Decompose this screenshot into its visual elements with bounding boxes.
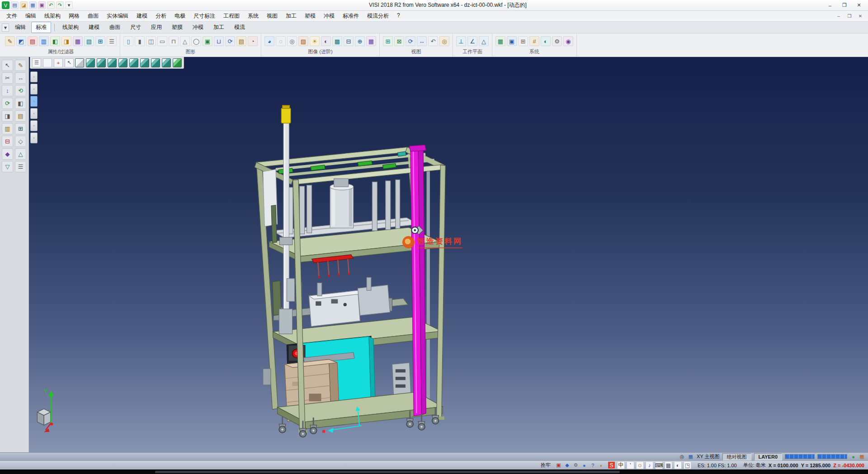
rotate-view-icon[interactable]: ⟳ [406, 36, 415, 46]
revolve-icon[interactable]: ⟳ [225, 36, 235, 46]
view-cube-shaded-icon[interactable] [173, 58, 182, 67]
element-filter-icon[interactable]: ▧ [84, 36, 94, 46]
filter-red-icon[interactable]: ▤ [28, 36, 38, 46]
triangle-up-icon[interactable]: △ [15, 148, 26, 160]
render-hidden-icon[interactable]: ◎ [287, 36, 297, 46]
menu-moldflow[interactable]: 模流分析 [363, 11, 392, 21]
tab-moldflow[interactable]: 模流 [230, 22, 250, 33]
mdi-restore-button[interactable]: ❐ [844, 12, 854, 20]
prev-view-icon[interactable]: ↶ [428, 36, 438, 46]
workplane-3pt-icon[interactable]: △ [479, 36, 489, 46]
ime-mic-icon[interactable]: ♪ [646, 461, 653, 469]
ime-toolbox-icon[interactable]: ▩ [665, 461, 672, 469]
pan-view-icon[interactable]: ↔ [417, 36, 427, 46]
zoom-window-icon[interactable]: ⊠ [394, 36, 404, 46]
menu-wireframe[interactable]: 线架构 [41, 11, 64, 21]
edit-pencil-icon[interactable]: ✎ [15, 60, 26, 71]
chamfer-icon[interactable]: ◔ [248, 36, 258, 46]
view-blank-button[interactable] [43, 58, 52, 67]
lighting-icon[interactable]: ☀ [310, 36, 320, 46]
menu-file[interactable]: 文件 [3, 11, 21, 21]
update-icon[interactable]: ● [581, 462, 588, 469]
workplane-align-icon[interactable]: ∠ [467, 36, 477, 46]
color-filter-icon[interactable]: ◨ [61, 36, 71, 46]
view-cube-iso-se-icon[interactable] [151, 58, 160, 67]
table-icon[interactable]: ▤ [236, 36, 246, 46]
extrude-icon[interactable]: ⊔ [214, 36, 224, 46]
menu-machining[interactable]: 加工 [282, 11, 300, 21]
dynamic-view-icon[interactable]: ◎ [439, 36, 449, 46]
menu-solid-edit[interactable]: 实体编辑 [103, 11, 132, 21]
cone-icon[interactable]: △ [180, 36, 190, 46]
settings-gear-icon[interactable]: ⚙ [552, 36, 562, 46]
gear-icon[interactable]: ⚙ [572, 462, 579, 469]
add-element-icon[interactable]: ⊞ [15, 123, 26, 134]
block-icon[interactable]: ⊓ [169, 36, 179, 46]
menu-mesh[interactable]: 网格 [65, 11, 83, 21]
status-palette-icon[interactable]: ▦ [859, 453, 865, 460]
link-icon[interactable]: ◆ [564, 462, 571, 469]
sheet-icon[interactable]: ▭ [157, 36, 167, 46]
mdi-minimize-button[interactable]: – [834, 12, 844, 20]
view-cube-back-icon[interactable] [97, 58, 106, 67]
menu-die[interactable]: 冲模 [320, 11, 338, 21]
view-cube-front-icon[interactable] [86, 58, 95, 67]
snap-toggle[interactable]: 拴牢 [539, 462, 552, 469]
mdi-close-button[interactable]: ✕ [855, 12, 865, 20]
workplane-xy-icon[interactable]: ⊥ [456, 36, 466, 46]
mini-tool-button-6[interactable]: ▫ [30, 133, 38, 143]
tube-icon[interactable]: ◫ [146, 36, 156, 46]
view-cube-left-icon[interactable] [108, 58, 117, 67]
tab-edit[interactable]: 编辑 [10, 22, 30, 33]
zoom-image-icon[interactable]: ⊕ [355, 36, 365, 46]
rotate-ccw-icon[interactable]: ⟲ [15, 85, 26, 96]
tab-dropdown-button[interactable]: ▾ [2, 24, 9, 32]
remove-element-icon[interactable]: ⊟ [2, 136, 13, 147]
grid-icon[interactable]: ▥ [2, 123, 13, 134]
menu-standard-parts[interactable]: 标准件 [339, 11, 363, 21]
cylinder-solid-icon[interactable]: ▮ [135, 36, 145, 46]
show-all-icon[interactable]: ⊞ [95, 36, 105, 46]
close-button[interactable]: ✕ [852, 1, 866, 10]
mini-tool-button-1[interactable]: ▫ [30, 71, 38, 82]
ime-keyboard-icon[interactable]: ⌨ [655, 461, 663, 469]
view-menu-button[interactable]: ☰ [32, 58, 41, 67]
calculator-icon[interactable]: # [529, 36, 539, 46]
status-ok-icon[interactable]: ● [850, 453, 857, 460]
mini-tool-button-2[interactable]: ▫ [30, 84, 38, 95]
hide-all-icon[interactable]: ☰ [107, 36, 117, 46]
menu-help[interactable]: ? [393, 11, 404, 21]
view-mode-icon[interactable]: ▦ [687, 453, 694, 460]
qa-save-icon[interactable]: ▦ [29, 1, 37, 9]
world-icon[interactable]: ◐ [541, 36, 551, 46]
qa-print-icon[interactable]: ▣ [38, 1, 46, 9]
menu-analysis[interactable]: 分析 [152, 11, 170, 21]
capture-icon[interactable]: ▦ [366, 36, 376, 46]
menu-modeling[interactable]: 建模 [133, 11, 151, 21]
ime-emoji-icon[interactable]: ☺ [636, 461, 644, 469]
ime-punctuation-icon[interactable]: ’ [627, 461, 634, 469]
menu-system[interactable]: 系统 [244, 11, 262, 21]
screen-icon[interactable]: ▣ [507, 36, 517, 46]
grid-settings-icon[interactable]: ▦ [495, 36, 505, 46]
tab-wireframe[interactable]: 线架构 [58, 22, 83, 33]
filter-blue-icon[interactable]: ▥ [39, 36, 49, 46]
tab-modeling[interactable]: 建模 [84, 22, 104, 33]
tab-stamping[interactable]: 冲模 [188, 22, 208, 33]
zoom-fit-icon[interactable]: ⊞ [383, 36, 393, 46]
tab-molding[interactable]: 塑膜 [167, 22, 187, 33]
view-axes-button[interactable]: + [54, 58, 63, 67]
move-icon[interactable]: ↔ [15, 72, 26, 84]
tab-application[interactable]: 应用 [146, 22, 166, 33]
absolute-view-indicator[interactable]: 绝对视图 [722, 453, 751, 460]
snap-settings-icon[interactable]: ⊞ [518, 36, 528, 46]
qa-new-icon[interactable]: ▤ [11, 1, 19, 9]
view-target-icon[interactable]: ◎ [679, 453, 685, 460]
sogou-logo-icon[interactable]: S [608, 461, 615, 469]
maximize-button[interactable]: ❐ [837, 1, 852, 10]
info-system-icon[interactable]: ◉ [563, 36, 573, 46]
layer-indicator[interactable]: LAYER0 [754, 453, 782, 460]
view-pointer-button[interactable]: ↖ [65, 58, 74, 67]
qa-open-icon[interactable]: ◪ [20, 1, 28, 9]
cylinder-icon[interactable]: ▯ [123, 36, 133, 46]
